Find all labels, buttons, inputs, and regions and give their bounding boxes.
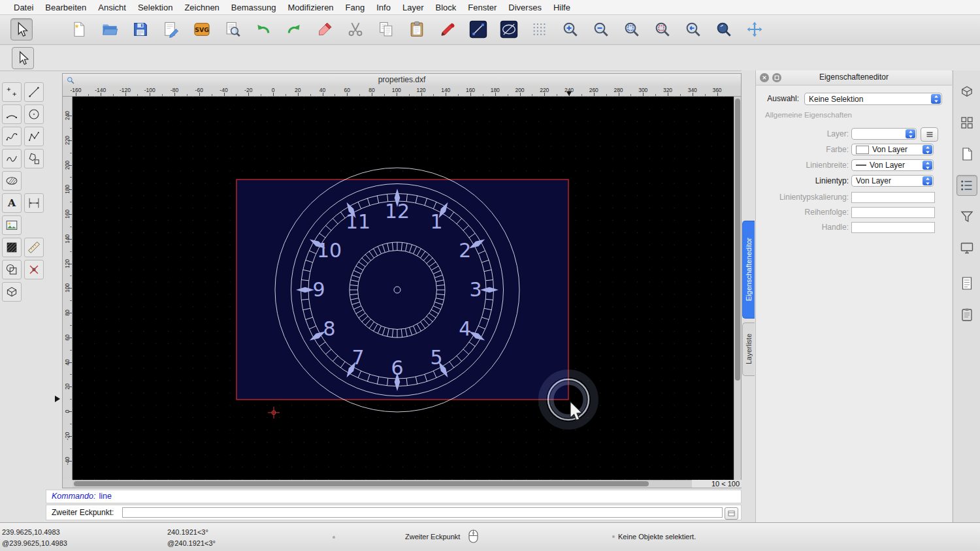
hatch-tool-button[interactable] (2, 238, 22, 257)
viewport-button[interactable] (956, 238, 977, 259)
grid-toggle-button[interactable] (529, 19, 550, 40)
select-tool-button[interactable] (12, 47, 34, 69)
menu-hilfe[interactable]: Hilfe (547, 3, 576, 12)
linienbreite-combo[interactable]: Von Layer (851, 159, 934, 171)
ruler-label: -40 (64, 451, 71, 471)
save-file-button[interactable] (130, 19, 151, 40)
command-input[interactable] (122, 507, 723, 518)
combine-tool-button[interactable] (2, 260, 22, 279)
copy-button[interactable] (376, 19, 397, 40)
zoom-selection-button[interactable] (652, 19, 673, 40)
paste-button[interactable] (406, 19, 427, 40)
select-button[interactable] (10, 18, 33, 40)
box3d-tool-button[interactable] (2, 282, 22, 302)
measure-tool-button[interactable] (24, 238, 44, 257)
freehand-tool-button[interactable] (2, 149, 22, 168)
clipboard-button[interactable] (956, 304, 977, 325)
arc-tool-button[interactable] (2, 104, 22, 124)
layer-combo[interactable] (851, 128, 917, 140)
zoom-window-button[interactable] (713, 19, 734, 40)
copy-icon (377, 20, 395, 39)
zoom-in-button[interactable] (560, 19, 581, 40)
undo-icon (254, 20, 272, 39)
line-draw-tool-button[interactable] (24, 82, 44, 102)
linientypskalierung-input[interactable] (851, 192, 935, 203)
ellipse-tool-button[interactable] (498, 19, 519, 40)
ruler-label: 300 (638, 87, 647, 93)
redo-button[interactable] (284, 19, 304, 40)
svg-export-button[interactable]: SVG (191, 19, 212, 40)
farbe-combo[interactable]: Von Layer (851, 144, 934, 155)
pen-button[interactable] (437, 19, 458, 40)
reihenfolge-input[interactable] (851, 207, 935, 218)
ruler-label: 60 (344, 87, 350, 93)
menu-zeichnen[interactable]: Zeichnen (178, 3, 225, 12)
property-editor-button[interactable] (956, 175, 977, 196)
drawing-canvas[interactable]: 121234567891011 (73, 97, 734, 480)
scrollbar-thumb[interactable] (735, 99, 740, 381)
spline-tool-button[interactable] (2, 127, 22, 146)
handle-input[interactable] (851, 222, 935, 233)
menu-bearbeiten[interactable]: Bearbeiten (39, 3, 92, 12)
zoom-out-button[interactable] (591, 19, 612, 40)
ellipse-draw-tool-button[interactable] (2, 171, 22, 191)
handle-label: Handle: (756, 221, 849, 234)
line-tool-button[interactable] (468, 19, 489, 40)
ruler-label: 0 (272, 87, 275, 93)
svg-export-icon: SVG (193, 20, 211, 39)
menu-selektion[interactable]: Selektion (132, 3, 178, 12)
vertical-scrollbar[interactable] (734, 97, 741, 480)
horizontal-scrollbar[interactable] (73, 480, 692, 488)
menu-layer[interactable]: Layer (397, 3, 430, 12)
point-tool-button[interactable] (2, 82, 22, 102)
menu-fenster[interactable]: Fenster (462, 3, 502, 12)
close-icon[interactable] (760, 73, 769, 82)
cut-button[interactable] (345, 19, 366, 40)
sheet-list-button[interactable] (956, 273, 977, 294)
polyline-tool-button[interactable] (24, 127, 44, 146)
command-prompt-label: Zweiter Eckpunkt: (52, 508, 114, 517)
side-tab-layerliste[interactable]: Layerliste (742, 323, 755, 376)
blocks-button[interactable] (956, 112, 977, 133)
menu-bemassung[interactable]: Bemassung (225, 3, 282, 12)
menu-modifizieren[interactable]: Modifizieren (282, 3, 340, 12)
layer-menu-button[interactable] (921, 127, 938, 142)
menu-info[interactable]: Info (370, 3, 397, 12)
sheet-button[interactable] (956, 144, 977, 165)
zoom-auto-button[interactable] (621, 19, 642, 40)
ruler-label: 80 (368, 87, 374, 93)
pan-button[interactable] (744, 19, 765, 40)
menu-block[interactable]: Block (429, 3, 462, 12)
snap-tool-button[interactable] (24, 260, 44, 279)
scrollbar-thumb[interactable] (74, 481, 649, 486)
ruler-label: 280 (613, 87, 623, 93)
zoom-previous-button[interactable] (683, 19, 704, 40)
circle-tool-button[interactable] (24, 104, 44, 124)
ruler-tick (458, 94, 459, 96)
dimension-tool-button[interactable] (24, 193, 44, 213)
linientypskalierung-label: Linientypskalierung: (756, 191, 849, 204)
eraser-button[interactable] (314, 19, 335, 40)
menu-fang[interactable]: Fang (340, 3, 371, 12)
open-file-button[interactable] (99, 19, 120, 40)
image-tool-button[interactable] (2, 215, 22, 235)
text-tool-button[interactable]: A (2, 193, 22, 213)
menu-ansicht[interactable]: Ansicht (92, 3, 132, 12)
filter-button[interactable] (956, 206, 977, 227)
toolbar-group (529, 19, 560, 40)
selection-combo[interactable]: Keine Selektion (804, 93, 942, 105)
polygon-tool-button[interactable] (24, 149, 44, 168)
undo-button[interactable] (253, 19, 274, 40)
svg-text:4: 4 (459, 317, 471, 340)
menu-diverses[interactable]: Diverses (502, 3, 547, 12)
new-file-button[interactable] (69, 19, 90, 40)
side-tab-eigenschafteneditor[interactable]: Eigenschafteneditor (742, 221, 755, 319)
print-preview-button[interactable] (222, 19, 243, 40)
linientyp-combo[interactable]: Von Layer (851, 175, 934, 187)
menu-datei[interactable]: Datei (8, 3, 39, 12)
combo-value: Von Layer (870, 161, 905, 170)
detach-icon[interactable] (772, 73, 781, 82)
edit-drawing-button[interactable] (161, 19, 182, 40)
view-cube-button[interactable] (956, 81, 977, 102)
command-options-button[interactable] (725, 507, 738, 520)
